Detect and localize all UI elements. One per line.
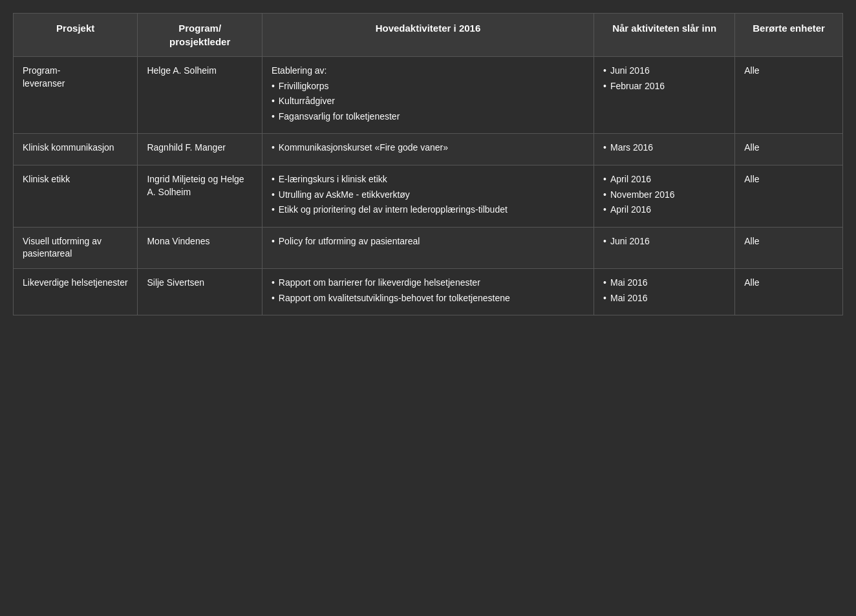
header-program: Program/ prosjektleder bbox=[138, 14, 262, 57]
cell-naar: Juni 2016 bbox=[594, 227, 735, 268]
cell-prosjekt: Klinisk etikk bbox=[14, 165, 138, 227]
cell-naar: April 2016November 2016April 2016 bbox=[594, 165, 735, 227]
naar-bullet: April 2016 bbox=[603, 204, 725, 217]
cell-prosjekt: Visuell utforming av pasientareal bbox=[14, 227, 138, 268]
aktiviteter-bullet: Etikk og prioritering del av intern lede… bbox=[272, 204, 584, 217]
naar-bullet: Juni 2016 bbox=[603, 235, 725, 248]
header-aktiviteter: Hovedaktiviteter i 2016 bbox=[262, 14, 594, 57]
cell-naar: Mars 2016 bbox=[594, 134, 735, 165]
naar-bullet: Juni 2016 bbox=[603, 65, 725, 78]
cell-aktiviteter: Kommunikasjonskurset «Fire gode vaner» bbox=[262, 134, 594, 165]
table-row: Klinisk kommunikasjonRagnhild F. MangerK… bbox=[14, 134, 843, 165]
cell-berorte: Alle bbox=[735, 57, 843, 134]
table-row: Klinisk etikkIngrid Miljeteig og Helge A… bbox=[14, 165, 843, 227]
header-row: Prosjekt Program/ prosjektleder Hovedakt… bbox=[14, 14, 843, 57]
cell-berorte: Alle bbox=[735, 227, 843, 268]
main-table: Prosjekt Program/ prosjektleder Hovedakt… bbox=[13, 13, 843, 315]
naar-bullet: April 2016 bbox=[603, 173, 725, 186]
cell-berorte: Alle bbox=[735, 268, 843, 315]
naar-bullet: Mai 2016 bbox=[603, 292, 725, 305]
aktiviteter-bullet: Rapport om barrierer for likeverdige hel… bbox=[272, 277, 584, 290]
cell-berorte: Alle bbox=[735, 165, 843, 227]
cell-program: Helge A. Solheim bbox=[138, 57, 262, 134]
aktiviteter-bullet: Policy for utforming av pasientareal bbox=[272, 235, 584, 248]
aktiviteter-bullet: E-læringskurs i klinisk etikk bbox=[272, 173, 584, 186]
naar-bullet: Mars 2016 bbox=[603, 142, 725, 154]
cell-prosjekt: Program- leveranser bbox=[14, 57, 138, 134]
cell-program: Silje Sivertsen bbox=[138, 268, 262, 315]
cell-aktiviteter: Rapport om barrierer for likeverdige hel… bbox=[262, 268, 594, 315]
cell-prosjekt: Klinisk kommunikasjon bbox=[14, 134, 138, 165]
table-row: Program- leveranserHelge A. SolheimEtabl… bbox=[14, 57, 843, 134]
cell-naar: Juni 2016Februar 2016 bbox=[594, 57, 735, 134]
cell-program: Ragnhild F. Manger bbox=[138, 134, 262, 165]
header-berorte: Berørte enheter bbox=[735, 14, 843, 57]
naar-bullet: November 2016 bbox=[603, 189, 725, 202]
table-container: Prosjekt Program/ prosjektleder Hovedakt… bbox=[13, 13, 843, 315]
table-row: Likeverdige helsetjenesterSilje Sivertse… bbox=[14, 268, 843, 315]
aktiviteter-bullet: Utrulling av AskMe - etikkverktøy bbox=[272, 189, 584, 202]
cell-program: Ingrid Miljeteig og Helge A. Solheim bbox=[138, 165, 262, 227]
naar-bullet: Februar 2016 bbox=[603, 80, 725, 93]
aktiviteter-bullet: Rapport om kvalitetsutviklings-behovet f… bbox=[272, 292, 584, 305]
cell-prosjekt: Likeverdige helsetjenester bbox=[14, 268, 138, 315]
aktiviteter-bullet: Frivilligkorps bbox=[272, 80, 584, 93]
cell-aktiviteter: Etablering av:FrivilligkorpsKulturrådgiv… bbox=[262, 57, 594, 134]
aktiviteter-bullet: Kommunikasjonskurset «Fire gode vaner» bbox=[272, 142, 584, 154]
cell-program: Mona Vindenes bbox=[138, 227, 262, 268]
table-body: Program- leveranserHelge A. SolheimEtabl… bbox=[14, 57, 843, 315]
cell-naar: Mai 2016Mai 2016 bbox=[594, 268, 735, 315]
header-naar: Når aktiviteten slår inn bbox=[594, 14, 735, 57]
aktiviteter-intro: Etablering av: bbox=[272, 65, 584, 78]
table-row: Visuell utforming av pasientarealMona Vi… bbox=[14, 227, 843, 268]
header-prosjekt: Prosjekt bbox=[14, 14, 138, 57]
aktiviteter-bullet: Kulturrådgiver bbox=[272, 95, 584, 108]
cell-aktiviteter: Policy for utforming av pasientareal bbox=[262, 227, 594, 268]
cell-berorte: Alle bbox=[735, 134, 843, 165]
cell-aktiviteter: E-læringskurs i klinisk etikkUtrulling a… bbox=[262, 165, 594, 227]
naar-bullet: Mai 2016 bbox=[603, 277, 725, 290]
aktiviteter-bullet: Fagansvarlig for tolketjenester bbox=[272, 111, 584, 123]
